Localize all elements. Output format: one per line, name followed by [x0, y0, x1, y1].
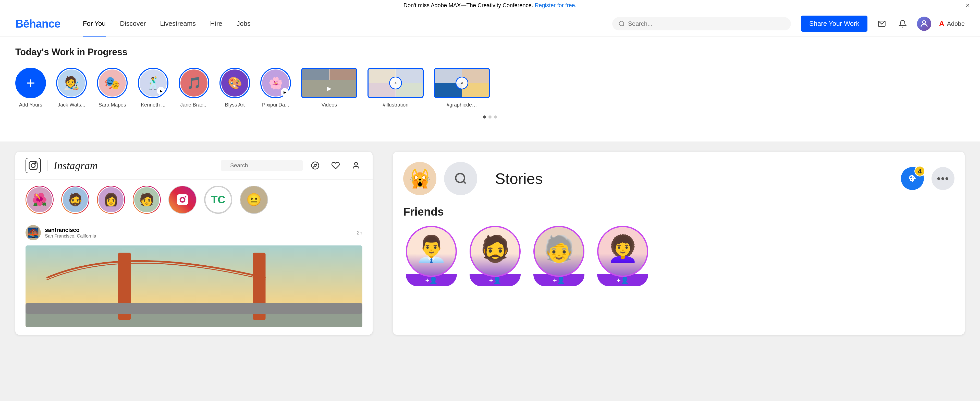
- svg-point-0: [619, 21, 624, 26]
- story-label-pixipui: Pixipui Da...: [262, 102, 290, 108]
- instagram-wordmark: Instagram: [54, 160, 98, 172]
- svg-point-20: [456, 174, 465, 183]
- dot-1[interactable]: [483, 115, 486, 118]
- svg-point-5: [31, 163, 35, 168]
- nav-livestreams[interactable]: Livestreams: [153, 11, 203, 37]
- post-location: San Francisco, California: [45, 233, 353, 239]
- svg-point-14: [185, 196, 186, 198]
- svg-rect-16: [25, 312, 363, 327]
- story-videos[interactable]: ▶ Videos: [301, 68, 357, 108]
- story-label-graphicdesign: #graphicdesign: [447, 102, 477, 108]
- face-icon-sara: 🎭: [104, 76, 120, 90]
- user-avatar[interactable]: [917, 17, 931, 31]
- ig-story-1[interactable]: 🌺: [25, 186, 54, 214]
- fb-friend-4[interactable]: 👩‍🦱 +👤: [595, 226, 651, 286]
- svg-point-13: [180, 197, 185, 202]
- add-friend-icon-4: +👤: [617, 276, 628, 284]
- svg-rect-24: [911, 179, 913, 181]
- face-icon-jane: 🎵: [187, 76, 201, 90]
- post-username: sanfrancisco: [45, 227, 353, 233]
- adobe-brand[interactable]: A Adobe: [939, 19, 965, 28]
- story-circle-sara: 🎭: [97, 68, 127, 98]
- behance-nav: For You Discover Livestreams Hire Jobs: [76, 11, 602, 37]
- ig-profile-icon[interactable]: [350, 159, 363, 172]
- ig-story-circle-1: 🌺: [25, 186, 54, 214]
- ig-story-circle-zuckerberg: 😐: [240, 186, 268, 214]
- header-right: Share Your Work A Adobe: [801, 16, 965, 32]
- dot-3[interactable]: [494, 115, 497, 118]
- story-kenneth[interactable]: 🕺 ▶ Kenneth ...: [138, 68, 169, 108]
- ig-story-circle-3: 👩: [97, 186, 125, 214]
- ig-search-input[interactable]: [230, 162, 301, 169]
- story-pixipui[interactable]: 🌸 ▶ Pixipui Da...: [260, 68, 291, 108]
- story-label-kenneth: Kenneth ...: [141, 102, 165, 108]
- story-sara[interactable]: 🎭 Sara Mapes: [97, 68, 127, 108]
- facebook-stories-panel: 🙀 Stories 4 ••• Friends: [393, 152, 965, 335]
- nav-discover[interactable]: Discover: [113, 11, 153, 37]
- add-story-circle[interactable]: +: [15, 68, 46, 98]
- ig-story-zuckerberg[interactable]: 😐: [240, 186, 268, 214]
- nav-jobs[interactable]: Jobs: [229, 11, 258, 37]
- story-add-yours[interactable]: + Add Yours: [15, 68, 46, 108]
- pagination-dots: [15, 108, 965, 126]
- mail-icon[interactable]: [875, 17, 888, 30]
- behance-search-bar[interactable]: [612, 17, 791, 30]
- behance-logo[interactable]: Bēhance: [15, 18, 60, 30]
- fb-friend-avatar-2: 🧔: [469, 226, 520, 277]
- story-graphicdesign[interactable]: # #graphicdesign: [434, 68, 490, 108]
- ig-story-circle-instagram: [169, 186, 197, 214]
- behance-header: Bēhance For You Discover Livestreams Hir…: [0, 11, 980, 37]
- svg-marker-10: [313, 164, 317, 167]
- fb-friend-3[interactable]: 🧓 +👤: [531, 226, 587, 286]
- story-circle-jane: 🎵: [179, 68, 209, 98]
- ig-story-4[interactable]: 🧑: [133, 186, 161, 214]
- fb-friends-row: 👨‍💼 +👤 🧔 +👤: [403, 226, 955, 286]
- instagram-search[interactable]: [221, 160, 303, 171]
- fb-more-button[interactable]: •••: [932, 167, 955, 190]
- story-thumb-graphicdesign: #: [434, 68, 490, 98]
- fb-friend-2[interactable]: 🧔 +👤: [467, 226, 523, 286]
- ig-story-3[interactable]: 👩: [97, 186, 125, 214]
- story-circle-blyss: 🎨: [220, 68, 250, 98]
- post-time: 2h: [357, 230, 363, 236]
- dot-2[interactable]: [488, 115, 492, 118]
- story-avatar-jack: 🧑‍🎨: [58, 69, 85, 97]
- search-input[interactable]: [628, 20, 785, 27]
- add-friend-icon-3: +👤: [553, 276, 565, 284]
- story-circle-pixipui: 🌸 ▶: [260, 68, 291, 98]
- ig-story-avatar-instagram: [169, 186, 196, 213]
- notification-bell-icon[interactable]: [896, 17, 909, 30]
- more-icon: •••: [937, 173, 949, 184]
- story-avatar-jane: 🎵: [180, 69, 207, 97]
- fb-friends-section: Friends 👨‍💼 +👤 🧔: [403, 205, 955, 286]
- fb-user-avatar[interactable]: 🙀: [403, 162, 436, 195]
- ig-compass-icon[interactable]: [309, 159, 321, 172]
- fb-friend-face-4: 👩‍🦱: [607, 234, 639, 264]
- story-blyss[interactable]: 🎨 Blyss Art: [220, 68, 250, 108]
- close-notification-button[interactable]: ×: [966, 1, 970, 10]
- search-icon: [618, 21, 625, 27]
- notification-link[interactable]: Register for free.: [535, 2, 576, 8]
- fb-search-button[interactable]: [444, 162, 477, 195]
- hashtag-badge-illustration: #: [389, 77, 402, 89]
- fb-friend-1[interactable]: 👨‍💼 +👤: [403, 226, 460, 286]
- ig-story-2[interactable]: 🧔: [61, 186, 89, 214]
- nav-for-you[interactable]: For You: [76, 11, 113, 37]
- story-label-videos: Videos: [321, 102, 337, 108]
- share-work-button[interactable]: Share Your Work: [801, 16, 867, 32]
- story-thumb-illustration: #: [368, 68, 424, 98]
- story-jack[interactable]: 🧑‍🎨 Jack Wats...: [56, 68, 87, 108]
- instagram-stories-row: 🌺 🧔 👩: [15, 180, 372, 220]
- ig-story-instagram[interactable]: [169, 186, 197, 214]
- story-label-add: Add Yours: [19, 102, 42, 108]
- svg-point-11: [355, 162, 357, 165]
- fb-friends-title: Friends: [403, 205, 955, 218]
- ig-story-tc[interactable]: TC: [204, 186, 232, 214]
- story-illustration[interactable]: # #illustration: [368, 68, 424, 108]
- face-icon-jack: 🧑‍🎨: [64, 76, 80, 90]
- fb-avatar-icon: 🙀: [409, 168, 431, 189]
- story-jane[interactable]: 🎵 Jane Brad...: [179, 68, 209, 108]
- fb-friend-avatar-3: 🧓: [533, 226, 584, 277]
- nav-hire[interactable]: Hire: [203, 11, 229, 37]
- ig-heart-icon[interactable]: [329, 159, 342, 172]
